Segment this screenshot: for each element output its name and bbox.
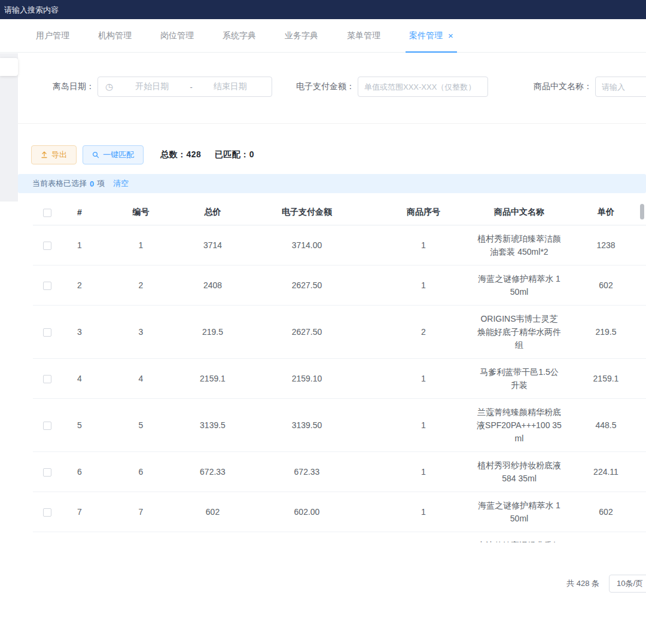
match-button-label: 一键匹配 [103, 149, 134, 160]
scrollbar-thumb[interactable] [640, 204, 644, 219]
tab-label: 岗位管理 [160, 30, 194, 41]
tab-3[interactable]: 岗位管理 [160, 19, 194, 52]
column-header: 商品中文名称 [474, 200, 564, 225]
row-checkbox[interactable] [43, 282, 51, 290]
selection-bar: 当前表格已选择 0 项 清空 [18, 174, 646, 193]
cell-code: 3 [97, 305, 184, 358]
epay-amount-input[interactable] [358, 77, 488, 97]
pagination: 共 428 条 10条/页 [0, 575, 646, 593]
tab-label: 系统字典 [223, 30, 256, 41]
cell-unit_price: 224.11 [564, 451, 646, 492]
collapse-panel-button[interactable] [0, 58, 18, 76]
page: 用户管理机构管理岗位管理系统字典业务字典菜单管理案件管理× 离岛日期： ◷ 开始… [0, 0, 646, 644]
cell-epay: 1302.60 [241, 532, 373, 542]
date-end-input[interactable]: 结束日期 [195, 81, 266, 92]
tab-label: 案件管理 [409, 30, 443, 41]
table-header-row: #编号总价电子支付金额商品序号商品中文名称单价 [33, 200, 646, 225]
row-checkbox[interactable] [43, 375, 51, 383]
cell-index: 4 [62, 358, 97, 398]
table-row: 77602602.001海蓝之谜修护精萃水 150ml602 [33, 492, 646, 532]
search-icon [92, 151, 99, 158]
cell-epay: 3714.00 [241, 225, 373, 265]
tab-1[interactable]: 用户管理 [36, 19, 69, 52]
table-row: 881302.61302.601卡诗菁纯亮泽经典香氛发油 100ml434.2 [33, 532, 646, 542]
tab-2[interactable]: 机构管理 [98, 19, 132, 52]
tab-5[interactable]: 业务字典 [285, 19, 318, 52]
export-button-label: 导出 [51, 149, 67, 160]
tab-label: 菜单管理 [347, 30, 380, 41]
cell-total: 2408 [184, 265, 241, 305]
tab-bar: 用户管理机构管理岗位管理系统字典业务字典菜单管理案件管理× [0, 19, 646, 53]
global-search-input[interactable] [0, 5, 191, 14]
cell-epay: 2627.50 [241, 265, 373, 305]
product-name-label: 商品中文名称： [534, 81, 592, 92]
row-checkbox[interactable] [43, 422, 51, 430]
cell-unit_price: 602 [564, 492, 646, 532]
date-filter-label: 离岛日期： [53, 81, 95, 92]
cell-index: 3 [62, 305, 97, 358]
column-header: # [62, 200, 97, 225]
cell-total: 2159.1 [184, 358, 241, 398]
row-checkbox[interactable] [43, 508, 51, 517]
date-start-input[interactable]: 开始日期 [117, 81, 187, 92]
toolbar: 导出 一键匹配 总数：428 已匹配：0 [31, 145, 646, 164]
cell-index: 5 [62, 398, 97, 451]
row-checkbox[interactable] [43, 242, 51, 250]
date-range-picker[interactable]: ◷ 开始日期 - 结束日期 [97, 77, 272, 97]
cell-name: 马爹利蓝带干邑1.5公升装 [474, 358, 564, 398]
total-label: 总数： [160, 149, 187, 159]
cell-unit_price: 602 [564, 265, 646, 305]
tab-close-icon[interactable]: × [448, 31, 453, 40]
export-icon [41, 151, 48, 158]
tab-7[interactable]: 案件管理× [409, 19, 453, 52]
filter-section: 离岛日期： ◷ 开始日期 - 结束日期 电子支付金额： 商品中文名称： [0, 53, 646, 124]
export-button[interactable]: 导出 [31, 145, 77, 164]
cell-unit_price: 448.5 [564, 398, 646, 451]
cell-code: 2 [97, 265, 184, 305]
cell-name: 植村秀羽纱持妆粉底液 584 35ml [474, 451, 564, 492]
cell-unit_price: 219.5 [564, 305, 646, 358]
cell-seq: 1 [373, 532, 474, 542]
row-checkbox[interactable] [43, 328, 51, 337]
cell-epay: 602.00 [241, 492, 373, 532]
page-size-select[interactable]: 10条/页 [609, 575, 646, 593]
column-header: 单价 [564, 200, 646, 225]
selection-text-prefix: 当前表格已选择 [32, 178, 87, 189]
filter-date: 离岛日期： ◷ 开始日期 - 结束日期 [53, 77, 272, 97]
cell-seq: 1 [373, 398, 474, 451]
cell-index: 2 [62, 265, 97, 305]
cell-epay: 2159.10 [241, 358, 373, 398]
column-header: 编号 [97, 200, 184, 225]
cell-total: 219.5 [184, 305, 241, 358]
cell-name: 植村秀新琥珀臻萃洁颜油套装 450ml*2 [474, 225, 564, 265]
cell-seq: 2 [373, 305, 474, 358]
pagination-total: 共 428 条 [566, 578, 599, 589]
cell-code: 5 [97, 398, 184, 451]
cell-total: 1302.6 [184, 532, 241, 542]
data-table: #编号总价电子支付金额商品序号商品中文名称单价 1137143714.001植村… [33, 200, 646, 542]
product-name-input[interactable] [595, 77, 646, 97]
one-click-match-button[interactable]: 一键匹配 [83, 145, 144, 164]
matched-value: 0 [249, 149, 254, 159]
cell-seq: 1 [373, 492, 474, 532]
cell-index: 7 [62, 492, 97, 532]
tab-6[interactable]: 菜单管理 [347, 19, 380, 52]
epay-amount-label: 电子支付金额： [296, 81, 355, 92]
table-row: 1137143714.001植村秀新琥珀臻萃洁颜油套装 450ml*21238 [33, 225, 646, 265]
cell-code: 1 [97, 225, 184, 265]
tab-4[interactable]: 系统字典 [223, 19, 256, 52]
cell-index: 8 [62, 532, 97, 542]
cell-unit_price: 1238 [564, 225, 646, 265]
table-row: 33219.52627.502ORIGINS韦博士灵芝焕能好底子精华水两件组21… [33, 305, 646, 358]
cell-total: 672.33 [184, 451, 241, 492]
clear-selection-button[interactable]: 清空 [113, 178, 129, 189]
table-row: 2224082627.501海蓝之谜修护精萃水 150ml602 [33, 265, 646, 305]
header-checkbox[interactable] [43, 209, 51, 217]
clock-icon: ◷ [105, 81, 113, 92]
cell-name: 海蓝之谜修护精萃水 150ml [474, 492, 564, 532]
row-checkbox[interactable] [43, 468, 51, 477]
cell-epay: 3139.50 [241, 398, 373, 451]
cell-total: 3139.5 [184, 398, 241, 451]
cell-total: 602 [184, 492, 241, 532]
cell-seq: 1 [373, 451, 474, 492]
